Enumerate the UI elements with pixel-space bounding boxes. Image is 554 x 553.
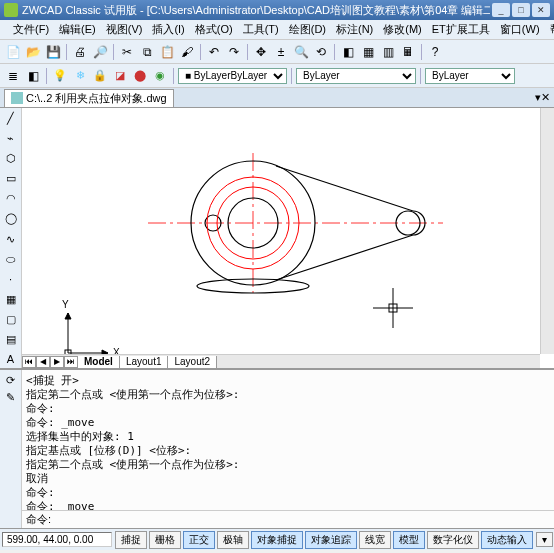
tab-prev[interactable]: ◀ [36, 356, 50, 368]
pan-button[interactable]: ✥ [252, 43, 270, 61]
command-toolbar: ⟳ ✎ [0, 370, 22, 528]
redo-button[interactable]: ↷ [225, 43, 243, 61]
close-button[interactable]: ✕ [532, 3, 550, 17]
command-input-row: 命令: [22, 510, 554, 528]
menu-插入[interactable]: 插入(I) [147, 20, 189, 39]
layout-tab-layout2[interactable]: Layout2 [168, 356, 217, 368]
status-捕捉[interactable]: 捕捉 [115, 531, 147, 549]
circle-tool[interactable]: ◯ [2, 210, 20, 227]
freeze-button[interactable]: ❄ [71, 67, 89, 85]
toolpalette-button[interactable]: ▥ [379, 43, 397, 61]
document-tab-label: C:\..2 利用夹点拉伸对象.dwg [26, 91, 167, 106]
layout-tab-bar: ⏮ ◀ ▶ ⏭ ModelLayout1Layout2 [22, 354, 540, 368]
zoom-button[interactable]: 🔍 [292, 43, 310, 61]
layer-color-button[interactable]: ◪ [111, 67, 129, 85]
menu-格式[interactable]: 格式(O) [190, 20, 238, 39]
tab-first[interactable]: ⏮ [22, 356, 36, 368]
spline-tool[interactable]: ∿ [2, 230, 20, 247]
cmd-recent-icon[interactable]: ⟳ [6, 374, 15, 387]
layout-tab-layout1[interactable]: Layout1 [120, 356, 169, 368]
properties-button[interactable]: ◧ [339, 43, 357, 61]
open-button[interactable]: 📂 [24, 43, 42, 61]
cmd-clear-icon[interactable]: ✎ [6, 391, 15, 404]
status-对象捕捉[interactable]: 对象捕捉 [251, 531, 303, 549]
undo-button[interactable]: ↶ [205, 43, 223, 61]
line-tool[interactable]: ╱ [2, 110, 20, 127]
arc-tool[interactable]: ◠ [2, 190, 20, 207]
tab-close-button[interactable]: ✕ [541, 91, 550, 104]
menu-文件[interactable]: 文件(F) [8, 20, 54, 39]
document-tab[interactable]: C:\..2 利用夹点拉伸对象.dwg [4, 89, 174, 107]
app-icon [4, 3, 18, 17]
layout-tab-model[interactable]: Model [78, 356, 120, 368]
status-正交[interactable]: 正交 [183, 531, 215, 549]
preview-button[interactable]: 🔎 [91, 43, 109, 61]
menu-修改[interactable]: 修改(M) [378, 20, 427, 39]
designcenter-button[interactable]: ▦ [359, 43, 377, 61]
layer-mgr-button[interactable]: ≣ [4, 67, 22, 85]
linetype-combo[interactable]: ByLayer [296, 68, 416, 84]
command-input[interactable] [51, 514, 550, 526]
menu-标注[interactable]: 标注(N) [331, 20, 378, 39]
window-title: ZWCAD Classic 试用版 - [C:\Users\Administra… [22, 3, 490, 18]
new-button[interactable]: 📄 [4, 43, 22, 61]
menu-ET扩展工具[interactable]: ET扩展工具 [427, 20, 495, 39]
command-prompt: 命令: [26, 512, 51, 527]
pline-tool[interactable]: ⌁ [2, 130, 20, 147]
hatch-tool[interactable]: ▦ [2, 291, 20, 308]
help-button[interactable]: ? [426, 43, 444, 61]
menu-视图[interactable]: 视图(V) [101, 20, 148, 39]
command-history: <捕捉 开> 指定第二个点或 <使用第一个点作为位移>: 命令: 命令: _mo… [22, 370, 554, 510]
properties-toolbar: ≣ ◧ 💡 ❄ 🔒 ◪ ⬤ ◉ ■ ByLayerByLayer ByLayer… [0, 64, 554, 88]
status-动态输入[interactable]: 动态输入 [481, 531, 533, 549]
layer-off-button[interactable]: ⬤ [131, 67, 149, 85]
menu-编辑[interactable]: 编辑(E) [54, 20, 101, 39]
match-button[interactable]: 🖌 [178, 43, 196, 61]
print-button[interactable]: 🖨 [71, 43, 89, 61]
expand-button[interactable]: ▾ [536, 532, 553, 547]
lineweight-combo[interactable]: ByLayer [425, 68, 515, 84]
zoom-prev-button[interactable]: ⟲ [312, 43, 330, 61]
tab-last[interactable]: ⏭ [64, 356, 78, 368]
polygon-tool[interactable]: ⬡ [2, 150, 20, 167]
color-combo[interactable]: ■ ByLayerByLayer [178, 68, 287, 84]
status-模型[interactable]: 模型 [393, 531, 425, 549]
vertical-scrollbar[interactable] [540, 108, 554, 354]
svg-line-6 [276, 166, 413, 211]
document-tabs: C:\..2 利用夹点拉伸对象.dwg ▾ ✕ [0, 88, 554, 108]
calc-button[interactable]: 🖩 [399, 43, 417, 61]
rect-tool[interactable]: ▭ [2, 170, 20, 187]
menu-帮助[interactable]: 帮助(H) [545, 20, 554, 39]
status-bar: 599.00, 44.00, 0.00 捕捉栅格正交极轴对象捕捉对象追踪线宽模型… [0, 528, 554, 550]
menu-窗口[interactable]: 窗口(W) [495, 20, 545, 39]
menu-工具[interactable]: 工具(T) [238, 20, 284, 39]
light-button[interactable]: 💡 [51, 67, 69, 85]
copy-button[interactable]: ⧉ [138, 43, 156, 61]
menu-绘图[interactable]: 绘图(D) [284, 20, 331, 39]
region-tool[interactable]: ▢ [2, 311, 20, 328]
tab-next[interactable]: ▶ [50, 356, 64, 368]
zoom-rt-button[interactable]: ± [272, 43, 290, 61]
layer-states-button[interactable]: ◧ [24, 67, 42, 85]
maximize-button[interactable]: □ [512, 3, 530, 17]
table-tool[interactable]: ▤ [2, 331, 20, 348]
paste-button[interactable]: 📋 [158, 43, 176, 61]
menu-bar: 文件(F)编辑(E)视图(V)插入(I)格式(O)工具(T)绘图(D)标注(N)… [0, 20, 554, 40]
text-tool[interactable]: A [2, 351, 20, 368]
save-button[interactable]: 💾 [44, 43, 62, 61]
minimize-button[interactable]: _ [492, 3, 510, 17]
workspace: ╱ ⌁ ⬡ ▭ ◠ ◯ ∿ ⬭ · ▦ ▢ ▤ A [0, 108, 554, 368]
coordinates-display[interactable]: 599.00, 44.00, 0.00 [2, 532, 112, 547]
lock-button[interactable]: 🔒 [91, 67, 109, 85]
ellipse-tool[interactable]: ⬭ [2, 251, 20, 268]
layer-iso-button[interactable]: ◉ [151, 67, 169, 85]
cut-button[interactable]: ✂ [118, 43, 136, 61]
point-tool[interactable]: · [2, 271, 20, 288]
drawing-canvas[interactable]: X Y ⏮ ◀ ▶ ⏭ ModelLayout1Layout2 [22, 108, 554, 368]
draw-toolbar: ╱ ⌁ ⬡ ▭ ◠ ◯ ∿ ⬭ · ▦ ▢ ▤ A [0, 108, 22, 368]
status-线宽[interactable]: 线宽 [359, 531, 391, 549]
status-数字化仪[interactable]: 数字化仪 [427, 531, 479, 549]
status-对象追踪[interactable]: 对象追踪 [305, 531, 357, 549]
status-极轴[interactable]: 极轴 [217, 531, 249, 549]
status-栅格[interactable]: 栅格 [149, 531, 181, 549]
